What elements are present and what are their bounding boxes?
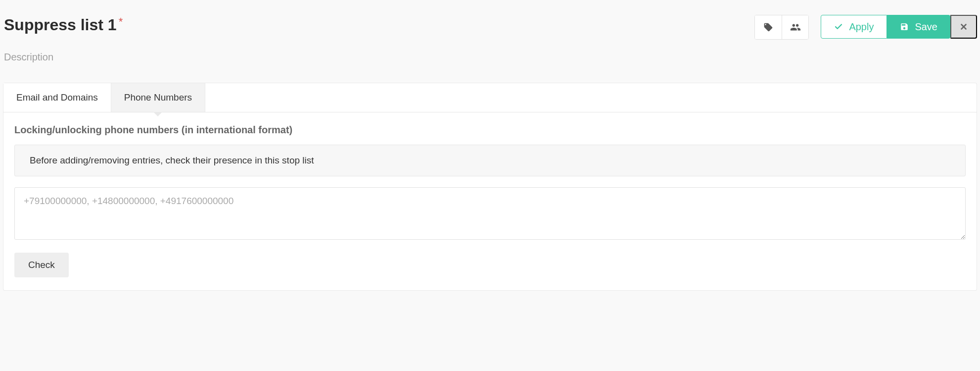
users-icon: [790, 22, 801, 33]
save-button[interactable]: Save: [887, 15, 950, 39]
description-field[interactable]: Description: [3, 52, 977, 63]
tab-phone-numbers[interactable]: Phone Numbers: [111, 83, 205, 112]
apply-button[interactable]: Apply: [821, 15, 887, 39]
phone-numbers-input[interactable]: [14, 187, 966, 240]
tag-icon: [763, 22, 773, 32]
tabs: Email and Domains Phone Numbers: [3, 83, 977, 112]
check-button[interactable]: Check: [14, 253, 69, 277]
page-title-text: Suppress list 1: [4, 16, 117, 34]
toolbar: Apply Save: [754, 15, 977, 40]
close-button[interactable]: [950, 15, 977, 39]
save-icon: [900, 22, 909, 31]
page-title[interactable]: Suppress list 1*: [4, 16, 121, 34]
required-asterisk: *: [119, 15, 123, 28]
apply-label: Apply: [849, 21, 874, 33]
close-icon: [959, 22, 968, 31]
tab-email-domains[interactable]: Email and Domains: [3, 83, 111, 112]
info-box: Before adding/removing entries, check th…: [14, 145, 966, 176]
users-button[interactable]: [782, 15, 808, 39]
section-label: Locking/unlocking phone numbers (in inte…: [14, 124, 966, 136]
tag-button[interactable]: [755, 15, 782, 39]
phone-numbers-panel: Locking/unlocking phone numbers (in inte…: [3, 112, 977, 291]
check-icon: [834, 22, 843, 31]
save-label: Save: [915, 21, 937, 33]
